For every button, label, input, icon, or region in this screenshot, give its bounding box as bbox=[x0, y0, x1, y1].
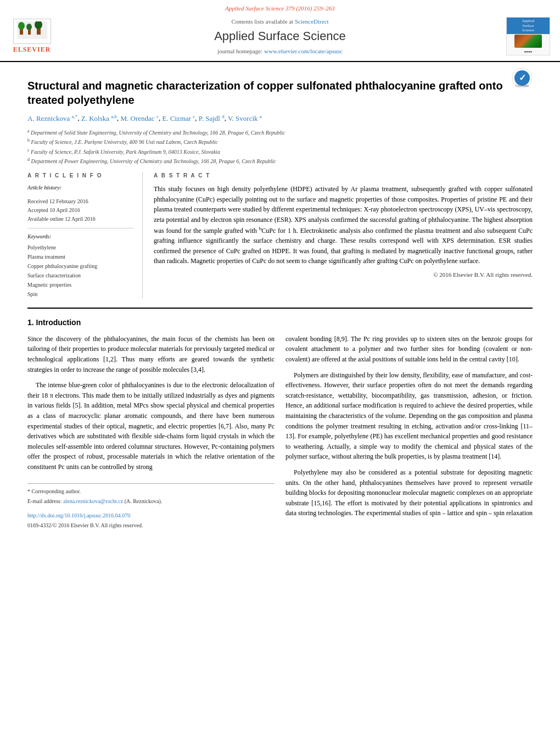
keyword-2: Plasma treatment bbox=[27, 252, 134, 261]
keyword-5: Magnetic properties bbox=[27, 280, 134, 289]
sciencedirect-link[interactable]: ScienceDirect bbox=[295, 18, 329, 25]
author-3: M. Orendac c bbox=[121, 114, 159, 122]
journal-header: Applied Surface Science 379 (2016) 259–2… bbox=[0, 0, 560, 62]
elsevier-logo-box bbox=[13, 19, 51, 44]
affiliation-b: b Faculty of Science, J.E. Purkyne Unive… bbox=[27, 137, 533, 146]
footnote-area: * Corresponding author. E-mail address: … bbox=[27, 483, 275, 506]
article-info-abstract-row: A R T I C L E I N F O Article history: R… bbox=[27, 172, 533, 299]
svg-point-4 bbox=[26, 24, 32, 30]
logo-top-text: Applied Surface Science bbox=[507, 18, 550, 34]
section-1-title: 1. Introduction bbox=[27, 317, 533, 328]
article-info-title: A R T I C L E I N F O bbox=[27, 172, 134, 180]
received-date: Received 12 February 2016 bbox=[27, 197, 134, 206]
crossmark-icon: ✓ CrossMark bbox=[512, 68, 533, 88]
accepted-date: Accepted 10 April 2016 bbox=[27, 206, 134, 215]
journal-meta-row: ELSEVIER Contents lists available at Sci… bbox=[0, 15, 560, 58]
elsevier-tree-icon bbox=[17, 21, 47, 39]
journal-homepage: journal homepage: www.elsevier.com/locat… bbox=[59, 47, 501, 55]
keyword-4: Surface characterization bbox=[27, 271, 134, 280]
crossmark-container: ✓ CrossMark bbox=[512, 68, 533, 91]
intro-para-1: Since the discovery of the phthalocyanin… bbox=[27, 334, 275, 375]
footnote-email-link[interactable]: alena.reznickova@vscht.cz bbox=[63, 498, 123, 504]
journal-logo-image bbox=[514, 35, 542, 48]
affiliation-c: c Faculty of Science, P.J. Safarik Unive… bbox=[27, 147, 533, 156]
author-1: A. Reznickova a,* bbox=[27, 114, 77, 122]
elsevier-logo: ELSEVIER bbox=[10, 23, 54, 50]
info-divider bbox=[27, 228, 134, 228]
history-items: Received 12 February 2016 Accepted 10 Ap… bbox=[27, 197, 134, 224]
affiliation-d: d Department of Power Engineering, Unive… bbox=[27, 157, 533, 165]
author-5: P. Sajdl d bbox=[199, 114, 225, 122]
title-row: Structural and magnetic characterization… bbox=[27, 68, 533, 113]
author-6: V. Svorcik a bbox=[228, 114, 262, 122]
abstract-title: A B S T R A C T bbox=[154, 172, 533, 180]
article-history-label: Article history: bbox=[27, 184, 134, 192]
abstract-text: This study focuses on high density polye… bbox=[154, 184, 533, 266]
keywords-list: Polyethylene Plasma treatment Copper pht… bbox=[27, 243, 134, 299]
journal-citation-text: Applied Surface Science 379 (2016) 259–2… bbox=[225, 5, 334, 12]
main-content: Structural and magnetic characterization… bbox=[0, 62, 560, 540]
author-2: Z. Kolska a,b bbox=[81, 114, 117, 122]
author-4: E. Cizmar c bbox=[162, 114, 195, 122]
intro-para-3: covalent bonding [8,9]. The Pc ring prov… bbox=[285, 334, 533, 365]
footer-copyright: 0169-4332/© 2016 Elsevier B.V. All right… bbox=[27, 521, 275, 530]
section-divider bbox=[27, 308, 533, 309]
body-columns: Since the discovery of the phthalocyanin… bbox=[27, 334, 533, 530]
body-col-right: covalent bonding [8,9]. The Pc ring prov… bbox=[285, 334, 533, 530]
svg-text:CrossMark: CrossMark bbox=[516, 84, 529, 87]
journal-center: Contents lists available at ScienceDirec… bbox=[59, 18, 501, 56]
keywords-label: Keywords: bbox=[27, 233, 134, 241]
authors-line: A. Reznickova a,*, Z. Kolska a,b, M. Ore… bbox=[27, 113, 533, 124]
sciencedirect-link-row: Contents lists available at ScienceDirec… bbox=[59, 18, 501, 26]
journal-homepage-link[interactable]: www.elsevier.com/locate/apsusc bbox=[264, 48, 343, 54]
keyword-6: Spin bbox=[27, 289, 134, 299]
body-col-left: Since the discovery of the phthalocyanin… bbox=[27, 334, 275, 530]
footnote-star: * Corresponding author. bbox=[27, 487, 275, 496]
keyword-3: Copper phthalocyanine grafting bbox=[27, 261, 134, 271]
journal-logo-right: Applied Surface Science ●●●● bbox=[506, 17, 550, 55]
article-title: Structural and magnetic characterization… bbox=[27, 79, 512, 107]
journal-citation-bar: Applied Surface Science 379 (2016) 259–2… bbox=[0, 4, 560, 13]
svg-text:✓: ✓ bbox=[519, 73, 526, 82]
footnote-email: E-mail address: alena.reznickova@vscht.c… bbox=[27, 497, 275, 506]
doi-link[interactable]: http://dx.doi.org/10.1016/j.apsusc.2016.… bbox=[27, 512, 130, 518]
keyword-1: Polyethylene bbox=[27, 243, 134, 252]
copyright-text: © 2016 Elsevier B.V. All rights reserved… bbox=[154, 271, 533, 279]
svg-point-2 bbox=[18, 22, 25, 30]
available-date: Available online 12 April 2016 bbox=[27, 215, 134, 224]
intro-para-4: Polymers are distinguished by their low … bbox=[285, 370, 533, 462]
article-info-col: A R T I C L E I N F O Article history: R… bbox=[27, 172, 143, 299]
affiliations: a Department of Solid State Engineering,… bbox=[27, 128, 533, 165]
intro-para-5: Polyethylene may also be considered as a… bbox=[285, 467, 533, 518]
affiliation-a: a Department of Solid State Engineering,… bbox=[27, 128, 533, 137]
intro-para-2: The intense blue-green color of phthaloc… bbox=[27, 380, 275, 472]
abstract-col: A B S T R A C T This study focuses on hi… bbox=[154, 172, 533, 299]
journal-name: Applied Surface Science bbox=[59, 28, 501, 45]
footer-links: http://dx.doi.org/10.1016/j.apsusc.2016.… bbox=[27, 511, 275, 520]
elsevier-text: ELSEVIER bbox=[13, 45, 51, 54]
logo-bottom: ●●●● bbox=[523, 48, 534, 55]
